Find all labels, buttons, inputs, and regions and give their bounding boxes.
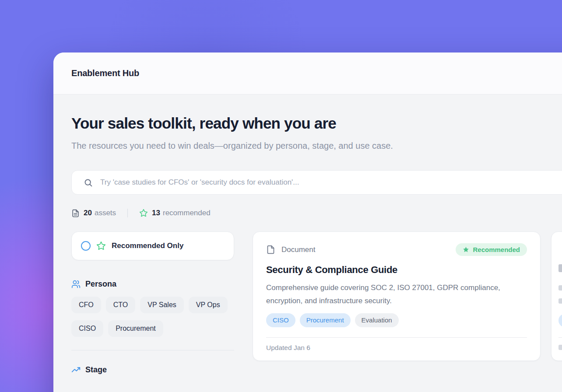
recommended-only-toggle[interactable]: Recommended Only xyxy=(71,231,234,260)
stage-header: Stage xyxy=(71,365,234,374)
trending-up-icon xyxy=(71,365,85,374)
filters-sidebar: Recommended Only xyxy=(71,231,234,374)
search-input[interactable] xyxy=(99,178,562,187)
card-description: Comprehensive guide covering SOC 2, ISO … xyxy=(266,281,527,308)
star-icon xyxy=(139,209,152,217)
app-title: Enablement Hub xyxy=(71,68,139,78)
asset-cards: Document Recommended xyxy=(253,231,562,361)
stats-row: 20 assets 13 recommended xyxy=(71,209,562,217)
radio-circle[interactable] xyxy=(81,241,91,251)
sidebar-divider xyxy=(71,350,234,350)
assets-count: 20 xyxy=(84,209,92,217)
partial-description-fragment xyxy=(558,285,562,290)
window-header: Enablement Hub xyxy=(53,52,562,94)
star-filled-icon xyxy=(463,246,473,253)
card-top-row: Document Recommended xyxy=(266,243,527,256)
persona-title: Persona xyxy=(85,280,116,289)
persona-chip-vp-sales[interactable]: VP Sales xyxy=(140,297,184,313)
persona-chip-cto[interactable]: CTO xyxy=(106,297,135,313)
persona-chip-cfo[interactable]: CFO xyxy=(71,297,101,313)
stage-filter-section: Stage xyxy=(71,365,234,374)
recommended-badge: Recommended xyxy=(456,243,527,256)
partial-tag-fragment xyxy=(558,314,562,327)
app-window: Enablement Hub Your sales toolkit, ready… xyxy=(53,52,562,392)
partial-divider-fragment xyxy=(558,337,562,338)
partial-description-fragment xyxy=(558,298,562,304)
page-title: Your sales toolkit, ready when you are xyxy=(71,115,562,132)
persona-header: Persona xyxy=(71,280,234,289)
recommended-label: recommended xyxy=(163,209,211,217)
assets-stat: 20 assets xyxy=(71,209,116,217)
recommended-count: 13 xyxy=(152,209,160,217)
card-divider xyxy=(266,337,527,338)
file-icon xyxy=(266,245,281,255)
asset-card-security-compliance-guide[interactable]: Document Recommended xyxy=(253,231,541,361)
persona-chips: CFO CTO VP Sales VP Ops CISO Procurement xyxy=(71,297,234,337)
tag-procurement[interactable]: Procurement xyxy=(300,313,351,327)
stats-divider xyxy=(127,209,128,217)
search-icon xyxy=(84,178,93,187)
recommended-only-label: Recommended Only xyxy=(112,242,183,250)
persona-filter-section: Persona CFO CTO VP Sales VP Ops CISO Pro… xyxy=(71,280,234,337)
persona-chip-ciso[interactable]: CISO xyxy=(71,320,103,337)
card-title: Security & Compliance Guide xyxy=(266,264,527,276)
badge-label: Recommended xyxy=(473,246,520,253)
persona-chip-vp-ops[interactable]: VP Ops xyxy=(189,297,228,313)
file-text-icon xyxy=(71,209,84,217)
card-updated: Updated Jan 6 xyxy=(266,344,527,352)
card-tags: CISO Procurement Evaluation xyxy=(266,313,527,327)
card-type: Document xyxy=(266,245,315,255)
search-bar[interactable] xyxy=(71,170,562,195)
asset-card-partial[interactable] xyxy=(551,231,562,361)
persona-chip-procurement[interactable]: Procurement xyxy=(108,320,163,337)
tag-evaluation[interactable]: Evaluation xyxy=(355,313,399,327)
tag-ciso[interactable]: CISO xyxy=(266,313,295,327)
recommended-stat: 13 recommended xyxy=(139,209,211,217)
users-icon xyxy=(71,280,85,289)
stage-title: Stage xyxy=(85,365,107,374)
partial-updated-fragment xyxy=(558,345,562,350)
card-type-label: Document xyxy=(281,245,315,254)
assets-label: assets xyxy=(95,209,116,217)
partial-title-fragment xyxy=(558,264,562,272)
star-icon xyxy=(91,241,106,251)
page-subtitle: The resources you need to win deals—orga… xyxy=(71,138,397,154)
window-body: Your sales toolkit, ready when you are T… xyxy=(53,94,562,374)
